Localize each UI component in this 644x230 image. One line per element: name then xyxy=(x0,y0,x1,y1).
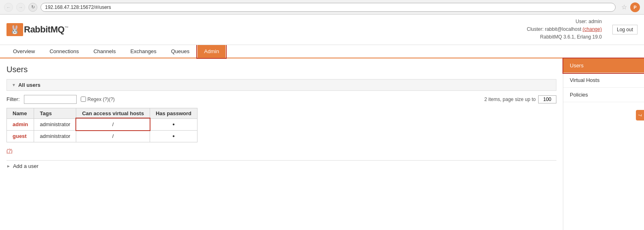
table-row: admin administrator / • xyxy=(7,118,197,130)
filter-row: Filter: Regex (?)(?) 2 items, page size … xyxy=(6,91,556,108)
sidebar-policies[interactable]: Policies xyxy=(563,88,644,102)
nav-channels[interactable]: Channels xyxy=(87,45,122,58)
forward-button[interactable]: → xyxy=(16,3,25,12)
user-tags-admin: administrator xyxy=(34,118,76,130)
logo: 🐰 RabbitMQ™ xyxy=(6,23,68,36)
right-sidebar: Users Virtual Hosts Policies xyxy=(563,58,644,230)
user-password-admin: • xyxy=(150,118,197,130)
add-user-header[interactable]: ► Add a user xyxy=(6,163,556,169)
address-bar[interactable] xyxy=(41,3,616,12)
guest-link[interactable]: guest xyxy=(13,133,27,139)
admin-link[interactable]: admin xyxy=(13,121,28,127)
nav-queues[interactable]: Queues xyxy=(165,45,196,58)
page-container: Users ▼ All users Filter: Regex (?)(?) 2… xyxy=(0,58,644,230)
sidebar-virtual-hosts[interactable]: Virtual Hosts xyxy=(563,73,644,88)
nav-connections[interactable]: Connections xyxy=(43,45,85,58)
collapse-icon: ▼ xyxy=(12,83,16,87)
add-user-label: Add a user xyxy=(13,163,39,169)
col-tags: Tags xyxy=(34,108,76,118)
table-header-row: Name Tags Can access virtual hosts Has p… xyxy=(7,108,197,118)
profile-avatar: P xyxy=(630,2,640,12)
user-password-guest: • xyxy=(150,130,197,142)
page-title: Users xyxy=(6,65,556,74)
user-vhosts-guest: / xyxy=(76,130,150,142)
table-row: guest administrator / • xyxy=(7,130,197,142)
nav-admin[interactable]: Admin xyxy=(197,45,225,58)
logo-box: 🐰 xyxy=(6,23,23,36)
users-table: Name Tags Can access virtual hosts Has p… xyxy=(6,108,197,142)
version-info: RabbitMQ 3.6.1, Erlang 19.0 xyxy=(527,33,602,41)
user-info: User: admin xyxy=(527,18,602,26)
regex-label: Regex (?)(?) xyxy=(81,97,115,102)
page-size-text: 2 items, page size up to xyxy=(484,97,536,102)
browser-bar: ← → ↻ ☆ P xyxy=(0,0,644,15)
user-name-guest: guest xyxy=(7,130,34,142)
all-users-section-header[interactable]: ▼ All users xyxy=(6,79,556,91)
nav-bar: Overview Connections Channels Exchanges … xyxy=(0,45,644,58)
col-virtual-hosts: Can access virtual hosts xyxy=(76,108,150,118)
sidebar-users[interactable]: Users xyxy=(563,58,644,73)
refresh-button[interactable]: ↻ xyxy=(28,3,37,12)
user-tags-guest: administrator xyxy=(34,130,76,142)
regex-checkbox[interactable] xyxy=(81,97,86,102)
nav-overview[interactable]: Overview xyxy=(6,45,41,58)
filter-input[interactable] xyxy=(24,95,77,104)
header-info: User: admin Cluster: rabbit@localhost (c… xyxy=(527,18,602,41)
expand-icon: ► xyxy=(6,164,11,168)
cluster-change-link[interactable]: (change) xyxy=(583,26,602,32)
col-has-password: Has password xyxy=(150,108,197,118)
main-content: Users ▼ All users Filter: Regex (?)(?) 2… xyxy=(0,58,563,230)
page-size-input[interactable] xyxy=(538,95,556,103)
help-link[interactable]: (?) xyxy=(6,148,13,154)
page-size-info: 2 items, page size up to xyxy=(484,95,556,103)
user-name-admin: admin xyxy=(7,118,34,130)
add-user-section: ► Add a user xyxy=(6,160,556,169)
user-vhosts-admin: / xyxy=(76,118,150,130)
logo-wordmark: RabbitMQ™ xyxy=(24,24,68,35)
bookmark-icon[interactable]: ☆ xyxy=(621,3,627,11)
section-title: All users xyxy=(18,82,41,88)
back-button[interactable]: ← xyxy=(4,3,13,12)
col-name: Name xyxy=(7,108,34,118)
right-edge-tab[interactable]: 7 xyxy=(636,110,644,120)
app-header: 🐰 RabbitMQ™ User: admin Cluster: rabbit@… xyxy=(0,15,644,45)
filter-label: Filter: xyxy=(6,96,20,102)
logout-button[interactable]: Log out xyxy=(612,25,638,34)
nav-exchanges[interactable]: Exchanges xyxy=(124,45,163,58)
cluster-info: Cluster: rabbit@localhost (change) xyxy=(527,26,602,33)
